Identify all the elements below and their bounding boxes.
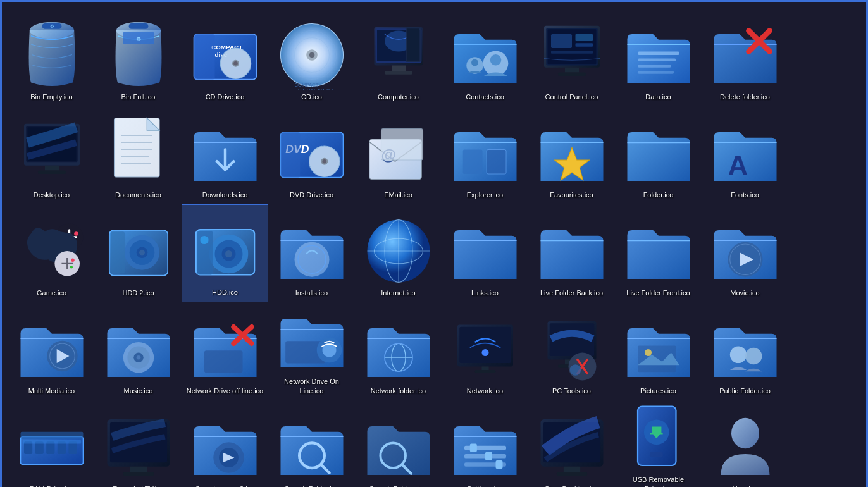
icon-item-pictures[interactable]: Pictures.ico (615, 302, 702, 400)
icon-label-control-panel: Control Panel.ico (545, 92, 598, 101)
icon-label-usb-removable: USB Removable Drive.ico (619, 475, 698, 487)
icon-label-network-folder: Network folder.ico (371, 386, 426, 395)
svg-rect-28 (392, 65, 406, 71)
icon-item-music[interactable]: Music.ico (95, 302, 182, 400)
icon-item-contacts[interactable]: Contacts.ico (442, 8, 528, 106)
svg-rect-131 (474, 370, 495, 373)
icon-label-contacts: Contacts.ico (466, 92, 504, 101)
icon-visual-public-folder (710, 314, 780, 384)
icon-item-network-folder[interactable]: Network folder.ico (355, 302, 442, 400)
svg-rect-154 (123, 472, 153, 476)
icon-item-fonts[interactable]: A Fonts.ico (702, 106, 788, 204)
icon-item-public-folder[interactable]: Public Folder.ico (702, 302, 788, 400)
icon-item-data[interactable]: Data.ico (615, 8, 702, 106)
icon-label-downloads: Downloads.ico (202, 190, 248, 199)
icon-visual-contacts (450, 20, 520, 90)
icon-visual-data (624, 20, 693, 90)
icon-label-installs: Installs.ico (295, 288, 328, 297)
svg-rect-55 (38, 170, 66, 174)
icon-item-folder[interactable]: Folder.ico (615, 106, 702, 204)
icon-grid: ♻ Bin Empty.ico ♻ Bin Full.ico COMPACT d… (2, 2, 866, 487)
icon-item-ram-drive[interactable]: RAM Drive.ico (8, 400, 95, 487)
svg-rect-54 (45, 166, 59, 171)
icon-visual-bin-full: ♻ (104, 20, 173, 90)
icon-item-hdd2[interactable]: HDD 2.ico (95, 204, 182, 302)
icon-label-data: Data.ico (645, 92, 671, 101)
svg-point-139 (645, 349, 652, 356)
icon-visual-game (17, 216, 87, 286)
icon-item-settings[interactable]: Settings.ico (442, 400, 528, 487)
icon-visual-folder (624, 118, 693, 188)
svg-point-129 (481, 349, 488, 356)
icon-label-bin-empty: Bin Empty.ico (30, 92, 72, 101)
icon-label-ram-drive: RAM Drive.ico (29, 484, 73, 487)
icon-item-network-drive-on[interactable]: Network Drive On Line.ico (268, 302, 355, 400)
svg-rect-130 (481, 366, 488, 370)
icon-item-bin-full[interactable]: ♻ Bin Full.ico (95, 8, 182, 106)
icon-item-cd-drive[interactable]: COMPACT disc CD Drive.ico (182, 8, 268, 106)
icon-item-links[interactable]: Links.ico (442, 204, 528, 302)
icon-visual-cd: COMPACT DIGITAL AUDIO (277, 20, 347, 90)
icon-item-network[interactable]: Network.ico (442, 302, 528, 400)
icon-visual-search-folder (277, 412, 347, 482)
svg-rect-43 (565, 68, 579, 73)
icon-label-hdd: HDD.ico (212, 288, 238, 297)
icon-visual-network-folder (364, 314, 433, 384)
icon-visual-documents (104, 118, 173, 188)
icon-visual-network (450, 314, 520, 384)
svg-rect-165 (485, 452, 492, 460)
svg-point-82 (74, 231, 78, 236)
svg-rect-42 (551, 51, 593, 53)
icon-item-desktop[interactable]: Desktop.ico (8, 106, 95, 204)
icon-item-downloads[interactable]: Downloads.ico (182, 106, 268, 204)
icon-item-usb-removable[interactable]: USB Removable Drive.ico (615, 400, 702, 487)
svg-rect-31 (407, 28, 419, 61)
icon-label-user: User.ico (733, 484, 758, 487)
icon-item-installs[interactable]: Installs.ico (268, 204, 355, 302)
svg-rect-170 (556, 472, 586, 476)
icon-item-bin-empty[interactable]: ♻ Bin Empty.ico (8, 8, 95, 106)
icon-item-search-folders[interactable]: Search Folders.ico (355, 400, 442, 487)
icon-item-email[interactable]: @ EMail.ico (355, 106, 442, 204)
icon-item-cd[interactable]: COMPACT DIGITAL AUDIO CD.ico (268, 8, 355, 106)
svg-point-86 (70, 266, 72, 268)
icon-visual-ram-drive (17, 412, 87, 482)
icon-visual-explorer (450, 118, 520, 188)
icon-item-search-folder[interactable]: Search Folder.ico (268, 400, 355, 487)
icon-item-show-desktop[interactable]: ShowDesktop.ico (528, 400, 615, 487)
icon-item-delete-folder[interactable]: Delete folder.ico (702, 8, 788, 106)
icon-label-explorer: Explorer.ico (467, 190, 503, 199)
icon-item-dvd-drive[interactable]: DVD DVD Drive.ico (268, 106, 355, 204)
icon-visual-control-panel (537, 20, 607, 90)
icon-item-explorer[interactable]: Explorer.ico (442, 106, 528, 204)
svg-rect-150 (20, 432, 83, 439)
icon-visual-user (710, 412, 780, 482)
icon-item-game[interactable]: Game.ico (8, 204, 95, 302)
icon-item-multi-media[interactable]: Multi Media.ico (8, 302, 95, 400)
icon-item-control-panel[interactable]: Control Panel.ico (528, 8, 615, 106)
icon-item-internet[interactable]: Internet.ico (355, 204, 442, 302)
icon-item-documents[interactable]: Documents.ico (95, 106, 182, 204)
icon-item-saved-games3[interactable]: Saved games 3.ico (182, 400, 268, 487)
icon-item-pc-tools[interactable]: PC Tools.ico (528, 302, 615, 400)
icon-item-computer[interactable]: Computer.ico (355, 8, 442, 106)
icon-label-live-folder-back: Live Folder Back.ico (540, 288, 603, 297)
icon-item-live-folder-back[interactable]: Live Folder Back.ico (528, 204, 615, 302)
icon-item-user[interactable]: User.ico (702, 400, 788, 487)
svg-rect-46 (638, 58, 676, 61)
icon-label-live-folder-front: Live Folder Front.ico (626, 288, 690, 297)
icon-visual-delete-folder (710, 20, 780, 90)
icon-visual-installs (277, 216, 347, 286)
icon-visual-recorded-tv (104, 412, 173, 482)
svg-point-175 (731, 418, 759, 448)
icon-visual-search-folders (364, 412, 433, 482)
icon-item-hdd[interactable]: HDD.ico (182, 204, 268, 302)
icon-item-network-drive-off[interactable]: Network Drive off line.ico (182, 302, 268, 400)
icon-item-favourites[interactable]: Favourites.ico (528, 106, 615, 204)
svg-rect-44 (558, 72, 586, 76)
icon-visual-usb-removable (624, 403, 693, 472)
icon-item-recorded-tv[interactable]: Recorded TV.ico (95, 400, 182, 487)
icon-item-live-folder-front[interactable]: Live Folder Front.ico (615, 204, 702, 302)
icon-item-movie[interactable]: Movie.ico (702, 204, 788, 302)
svg-rect-77 (487, 149, 506, 174)
